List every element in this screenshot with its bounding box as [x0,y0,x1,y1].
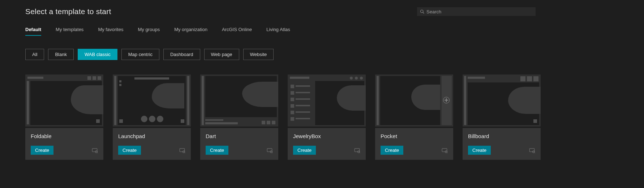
template-card-billboard[interactable]: Billboard Create [463,74,541,160]
create-button[interactable]: Create [468,146,491,155]
preview-icon[interactable] [179,147,185,154]
preview-icon[interactable] [266,147,273,154]
template-name-label: Billboard [468,133,535,139]
create-button[interactable]: Create [118,146,141,155]
tab-my-organization[interactable]: My organization [174,26,207,36]
create-button[interactable]: Create [31,146,53,155]
svg-rect-11 [355,148,360,151]
svg-line-7 [185,153,185,153]
template-info: Foldable Create [25,128,103,160]
template-info: Billboard Create [463,128,541,160]
template-thumbnail [113,74,191,127]
filter-map-centric[interactable]: Map centric [121,49,159,60]
search-icon [420,9,424,14]
preview-icon[interactable] [441,147,448,154]
preview-icon[interactable] [354,147,360,154]
template-name-label: Dart [206,133,273,139]
template-name-label: Pocket [381,133,448,139]
template-card-jewelrybox[interactable]: JewelryBox Create [288,74,366,160]
template-name-label: Launchpad [118,133,185,139]
svg-line-16 [447,153,448,153]
template-info: JewelryBox Create [288,128,366,160]
filter-dashboard[interactable]: Dashboard [163,49,200,60]
tab-living-atlas[interactable]: Living Atlas [266,26,290,36]
page-title: Select a template to start [25,7,111,16]
template-info: Launchpad Create [113,128,191,160]
svg-rect-8 [267,148,272,151]
create-button[interactable]: Create [381,146,403,155]
template-info: Dart Create [200,128,278,160]
tab-arcgis-online[interactable]: ArcGIS Online [222,26,252,36]
filter-row: All Blank WAB classic Map centric Dashbo… [25,49,536,60]
preview-icon[interactable] [91,147,98,154]
svg-line-10 [272,153,273,153]
svg-point-0 [421,10,424,13]
preview-icon[interactable] [529,147,535,154]
tab-my-groups[interactable]: My groups [138,26,160,36]
filter-all[interactable]: All [25,49,44,60]
filter-website[interactable]: Website [243,49,274,60]
template-thumbnail [25,74,103,127]
svg-rect-17 [529,148,534,151]
template-card-dart[interactable]: Dart Create [200,74,278,160]
template-cards: Foldable Create Launchpad [25,74,536,160]
create-button[interactable]: Create [206,146,228,155]
tab-my-templates[interactable]: My templates [56,26,83,36]
template-thumbnail [463,74,541,127]
template-card-pocket[interactable]: Pocket Create [375,74,453,160]
svg-rect-5 [180,148,185,151]
svg-line-1 [423,12,424,13]
tab-my-favorites[interactable]: My favorites [98,26,123,36]
template-thumbnail [200,74,278,127]
create-button[interactable]: Create [293,146,316,155]
template-thumbnail [288,74,366,127]
filter-wab-classic[interactable]: WAB classic [78,49,117,60]
search-input[interactable] [426,9,533,14]
template-card-foldable[interactable]: Foldable Create [25,74,103,160]
svg-line-19 [534,153,535,153]
template-thumbnail [375,74,453,127]
filter-web-page[interactable]: Web page [204,49,239,60]
svg-line-4 [97,153,98,153]
template-name-label: Foldable [31,133,98,139]
template-info: Pocket Create [375,128,453,160]
source-tabs: Default My templates My favorites My gro… [25,26,536,36]
svg-rect-14 [442,148,447,151]
tab-default[interactable]: Default [25,26,41,36]
svg-line-13 [360,153,360,153]
svg-rect-2 [92,148,97,151]
search-input-container[interactable] [417,7,536,16]
template-name-label: JewelryBox [293,133,360,139]
template-card-launchpad[interactable]: Launchpad Create [113,74,191,160]
filter-blank[interactable]: Blank [48,49,74,60]
